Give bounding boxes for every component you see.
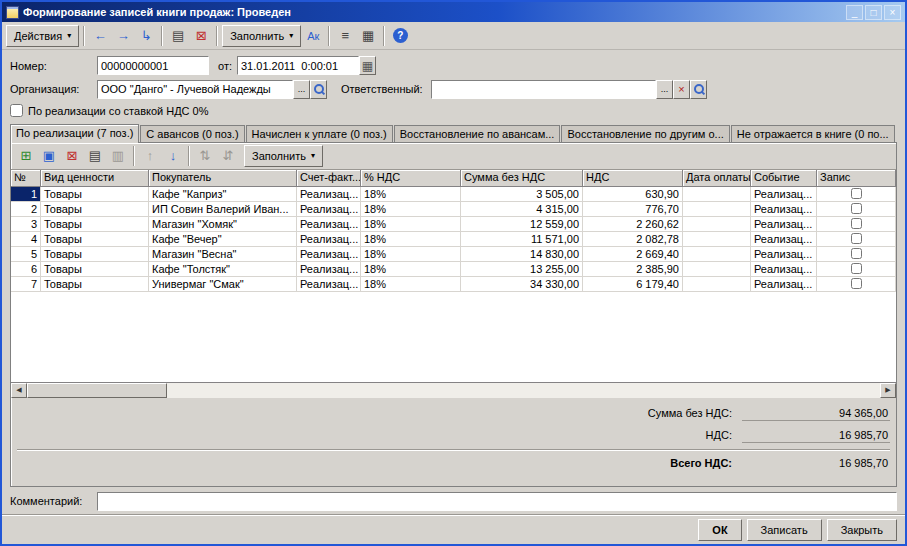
- table-row[interactable]: 6ТоварыКафе "Толстяк"Реализац...18%13 25…: [11, 262, 896, 277]
- save-button[interactable]: Записать: [747, 519, 822, 541]
- cell-vat[interactable]: 2 082,78: [583, 232, 683, 247]
- tab-sales[interactable]: По реализации (7 поз.): [10, 124, 139, 143]
- cell-pay_date[interactable]: [683, 247, 751, 262]
- check-fill-icon[interactable]: Ак: [302, 25, 324, 47]
- cell-invoice[interactable]: Реализац...: [297, 187, 361, 202]
- table-row[interactable]: 4ТоварыКафе "Вечер"Реализац...18%11 571,…: [11, 232, 896, 247]
- record-checkbox[interactable]: [851, 263, 862, 274]
- cell-event[interactable]: Реализац...: [751, 247, 817, 262]
- scroll-right-icon[interactable]: ▶: [880, 383, 896, 398]
- cell-num[interactable]: 4: [11, 232, 41, 247]
- cell-num[interactable]: 7: [11, 277, 41, 292]
- col-header-record[interactable]: Запис: [817, 170, 896, 187]
- scrollbar-track[interactable]: [27, 383, 880, 398]
- cell-buyer[interactable]: Кафе "Вечер": [149, 232, 297, 247]
- vat0-checkbox[interactable]: [10, 104, 23, 117]
- cell-pay_date[interactable]: [683, 187, 751, 202]
- cell-event[interactable]: Реализац...: [751, 232, 817, 247]
- record-checkbox[interactable]: [851, 248, 862, 259]
- copy-icon[interactable]: ▤: [167, 25, 189, 47]
- close-button[interactable]: ×: [884, 5, 901, 20]
- table-row[interactable]: 2ТоварыИП Совин Валерий Иван...Реализац.…: [11, 202, 896, 217]
- cell-invoice[interactable]: Реализац...: [297, 202, 361, 217]
- next-document-icon[interactable]: →: [112, 25, 134, 47]
- cell-kind[interactable]: Товары: [41, 217, 149, 232]
- cell-invoice[interactable]: Реализац...: [297, 247, 361, 262]
- cell-vat_rate[interactable]: 18%: [361, 202, 461, 217]
- col-header-sum[interactable]: Сумма без НДС: [461, 170, 583, 187]
- record-checkbox[interactable]: [851, 218, 862, 229]
- cell-kind[interactable]: Товары: [41, 232, 149, 247]
- cell-event[interactable]: Реализац...: [751, 217, 817, 232]
- cell-pay_date[interactable]: [683, 277, 751, 292]
- section-fill-menu-button[interactable]: Заполнить ▾: [244, 145, 323, 167]
- col-header-vat[interactable]: НДС: [583, 170, 683, 187]
- col-header-num[interactable]: №: [11, 170, 41, 187]
- col-header-kind[interactable]: Вид ценности: [41, 170, 149, 187]
- cell-vat_rate[interactable]: 18%: [361, 277, 461, 292]
- table-row[interactable]: 5ТоварыМагазин "Весна"Реализац...18%14 8…: [11, 247, 896, 262]
- copy-row-icon[interactable]: ▣: [38, 145, 60, 167]
- cell-vat[interactable]: 2 260,62: [583, 217, 683, 232]
- ok-button[interactable]: ОК: [698, 519, 741, 541]
- col-header-buyer[interactable]: Покупатель: [149, 170, 297, 187]
- col-header-pay-date[interactable]: Дата оплаты: [683, 170, 751, 187]
- report-icon[interactable]: ▦: [357, 25, 379, 47]
- cell-pay_date[interactable]: [683, 202, 751, 217]
- cell-sum[interactable]: 11 571,00: [461, 232, 583, 247]
- cell-sum[interactable]: 12 559,00: [461, 217, 583, 232]
- organization-select-button[interactable]: ...: [293, 80, 310, 99]
- cell-vat_rate[interactable]: 18%: [361, 217, 461, 232]
- cell-vat[interactable]: 776,70: [583, 202, 683, 217]
- minimize-button[interactable]: _: [846, 5, 863, 20]
- cell-vat_rate[interactable]: 18%: [361, 262, 461, 277]
- cell-kind[interactable]: Товары: [41, 277, 149, 292]
- cell-num[interactable]: 6: [11, 262, 41, 277]
- fill-menu-button[interactable]: Заполнить ▾: [222, 25, 301, 47]
- edit-row-icon[interactable]: ▤: [84, 145, 106, 167]
- scroll-left-icon[interactable]: ◀: [11, 383, 27, 398]
- record-checkbox[interactable]: [851, 233, 862, 244]
- cell-event[interactable]: Реализац...: [751, 187, 817, 202]
- cell-num[interactable]: 5: [11, 247, 41, 262]
- cell-buyer[interactable]: ИП Совин Валерий Иван...: [149, 202, 297, 217]
- cell-pay_date[interactable]: [683, 262, 751, 277]
- cell-vat_rate[interactable]: 18%: [361, 187, 461, 202]
- record-checkbox[interactable]: [851, 203, 862, 214]
- cell-event[interactable]: Реализац...: [751, 202, 817, 217]
- cell-sum[interactable]: 13 255,00: [461, 262, 583, 277]
- date-input[interactable]: [237, 56, 359, 75]
- actions-menu-button[interactable]: Действия ▾: [6, 25, 79, 47]
- organization-open-button[interactable]: [310, 80, 327, 99]
- scrollbar-thumb[interactable]: [27, 383, 167, 398]
- prev-document-icon[interactable]: ←: [89, 25, 111, 47]
- cell-pay_date[interactable]: [683, 217, 751, 232]
- cell-sum[interactable]: 4 315,00: [461, 202, 583, 217]
- cell-num[interactable]: 2: [11, 202, 41, 217]
- table-row[interactable]: 1ТоварыКафе "Каприз"Реализац...18%3 505,…: [11, 187, 896, 202]
- cell-num[interactable]: 1: [11, 187, 41, 202]
- responsible-clear-button[interactable]: ×: [673, 80, 690, 99]
- cell-buyer[interactable]: Магазин "Весна": [149, 247, 297, 262]
- close-window-button[interactable]: Закрыть: [827, 519, 897, 541]
- cell-event[interactable]: Реализац...: [751, 277, 817, 292]
- col-header-vat-rate[interactable]: % НДС: [361, 170, 461, 187]
- number-input[interactable]: [97, 56, 209, 75]
- cell-num[interactable]: 3: [11, 217, 41, 232]
- move-up-icon[interactable]: ↑: [139, 145, 161, 167]
- cell-sum[interactable]: 14 830,00: [461, 247, 583, 262]
- maximize-button[interactable]: □: [865, 5, 882, 20]
- cell-invoice[interactable]: Реализац...: [297, 232, 361, 247]
- cell-vat_rate[interactable]: 18%: [361, 232, 461, 247]
- structure-icon[interactable]: ≡: [334, 25, 356, 47]
- cell-buyer[interactable]: Универмаг "Смак": [149, 277, 297, 292]
- cell-vat[interactable]: 6 179,40: [583, 277, 683, 292]
- goto-list-icon[interactable]: ↳: [135, 25, 157, 47]
- col-header-invoice[interactable]: Счет-факт...: [297, 170, 361, 187]
- cell-buyer[interactable]: Кафе "Толстяк": [149, 262, 297, 277]
- move-down-icon[interactable]: ↓: [162, 145, 184, 167]
- cell-vat[interactable]: 630,90: [583, 187, 683, 202]
- tab-restore-other[interactable]: Восстановление по другим о...: [561, 125, 729, 142]
- responsible-select-button[interactable]: ...: [656, 80, 673, 99]
- cell-kind[interactable]: Товары: [41, 187, 149, 202]
